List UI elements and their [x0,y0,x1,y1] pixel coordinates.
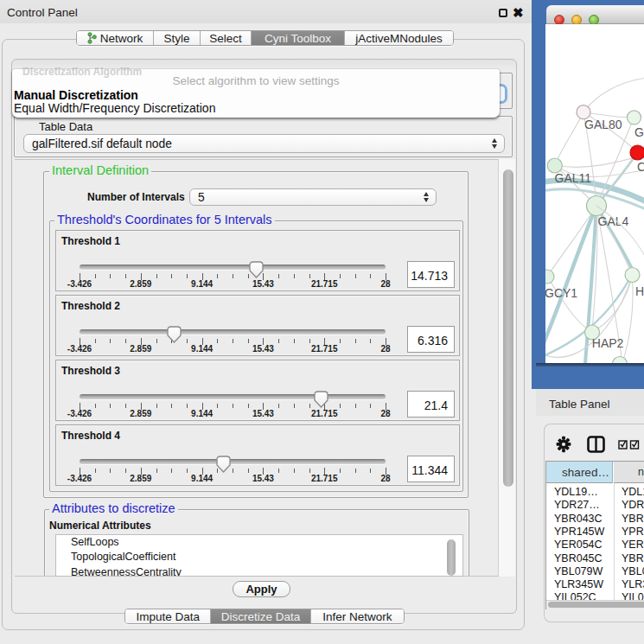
svg-text:H: H [635,284,644,298]
svg-text:HAP2: HAP2 [592,336,624,350]
svg-text:GAL4: GAL4 [598,214,629,228]
svg-text:C: C [637,160,644,174]
svg-text:GAL11: GAL11 [555,171,592,185]
svg-text:GCY1: GCY1 [545,286,577,300]
svg-text:G: G [634,125,644,139]
svg-text:GAL80: GAL80 [584,118,622,131]
